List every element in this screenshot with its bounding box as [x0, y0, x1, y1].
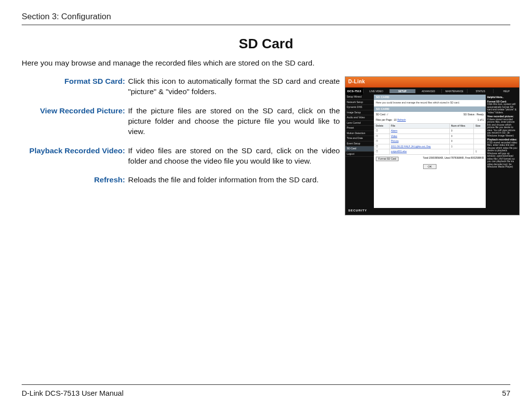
intro-text: Here you may browse and manage the recor… [22, 59, 510, 68]
page-title: SD Card [22, 36, 510, 52]
menu-motion-detection[interactable]: Motion Detection [345, 131, 374, 137]
menu-event-setup[interactable]: Event Setup [345, 141, 374, 147]
tab-live-video[interactable]: LIVE VIDEO [363, 89, 389, 93]
footer-left: D-Link DCS-7513 User Manual [22, 389, 124, 397]
col-size: Size [474, 123, 486, 129]
def-desc-playback-video: If video files are stored on the SD card… [128, 146, 340, 167]
def-desc-format: Click this icon to automatically format … [128, 76, 340, 97]
panel-intro: Here you could browse and manage the rec… [374, 100, 486, 106]
tab-maintenance[interactable]: MAINTENANCE [441, 89, 467, 93]
tab-help[interactable]: HELP [493, 89, 519, 93]
menu-network-setup[interactable]: Network Setup [345, 100, 374, 105]
panel-title: SD CARD [374, 95, 486, 100]
tab-setup[interactable]: SETUP [389, 89, 415, 93]
side-menu: Setup Wizard Network Setup Dynamic DNS I… [345, 95, 374, 208]
model-badge: DCS-7513 [345, 88, 363, 95]
files-per-page-label: Files per Page : [376, 118, 393, 121]
file-table: Delete File Num of files Size ☐Alarm0 ☐V… [374, 123, 486, 155]
menu-setup-wizard[interactable]: Setup Wizard [345, 95, 374, 100]
def-term-view-picture: View Recorded Picture: [22, 106, 125, 137]
top-nav: DCS-7513 LIVE VIDEO SETUP ADVANCED MAINT… [345, 88, 519, 95]
admin-screenshot: D-Link DCS-7513 LIVE VIDEO SETUP ADVANCE… [345, 76, 520, 215]
security-bar: SECURITY [345, 208, 519, 215]
sd-status: SD Status : Ready [464, 113, 484, 116]
page-footer: D-Link DCS-7513 User Manual 57 [22, 384, 510, 397]
ok-button[interactable]: OK [423, 164, 436, 169]
help-block-text-2: If SD stored recorded video files, enter… [487, 141, 518, 169]
table-row: ☐output001.ebo1 [374, 149, 486, 155]
menu-logout[interactable]: Logout [345, 152, 374, 157]
definition-list: Format SD Card: Click this icon to autom… [22, 76, 340, 185]
tab-status[interactable]: STATUS [467, 89, 493, 93]
sd-card-path: SD Card : / [376, 113, 388, 116]
table-header-row: Delete File Num of files Size [374, 123, 486, 129]
tab-advanced[interactable]: ADVANCED [415, 89, 441, 93]
panel-subhead: SD CARD [374, 106, 486, 112]
col-file: File [389, 123, 449, 129]
files-per-page-value[interactable]: 10 [394, 118, 397, 121]
def-term-format: Format SD Card: [22, 76, 125, 97]
help-block-text-0: Click this icon, system will automatical… [487, 103, 518, 114]
menu-dynamic-dns[interactable]: Dynamic DNS [345, 105, 374, 110]
section-header: Section 3: Configuration [22, 12, 510, 25]
format-sd-button[interactable]: Format SD Card [376, 157, 399, 162]
table-row: ☐2011 06 22 HALF JA Lights out, Day1 [374, 144, 486, 149]
table-row: ☐Video0 [374, 134, 486, 139]
def-term-playback-video: Playback Recorded Video: [22, 146, 125, 167]
help-column: Helpful Hints.. Format SD Card: Click th… [486, 95, 519, 208]
def-desc-view-picture: If the picture files are stored on the S… [128, 106, 340, 137]
storage-info: Total:15903956KB, Used:7878368KB, Free:8… [423, 157, 484, 162]
def-desc-refresh: Reloads the file and folder information … [128, 175, 340, 185]
help-title: Helpful Hints.. [487, 96, 518, 99]
refresh-link[interactable]: Refresh [397, 118, 406, 121]
brand-logo: D-Link [345, 77, 519, 88]
footer-page-number: 57 [502, 389, 510, 397]
page-indicator: 1 of 1 [477, 119, 484, 122]
def-term-refresh: Refresh: [22, 175, 125, 185]
help-block-text-1: If there stored recorded picture files, … [487, 118, 518, 137]
menu-time-date[interactable]: Time and Date [345, 136, 374, 141]
menu-image-setup[interactable]: Image Setup [345, 110, 374, 116]
col-num: Num of files [449, 123, 474, 129]
table-row: ☐Picture0 [374, 139, 486, 144]
menu-lens-control[interactable]: Lens Control [345, 121, 374, 126]
col-delete: Delete [374, 123, 390, 129]
center-panel: SD CARD Here you could browse and manage… [374, 95, 486, 208]
table-row: ☐Alarm0 [374, 129, 486, 134]
menu-audio-video[interactable]: Audio and Video [345, 115, 374, 121]
menu-preset[interactable]: Preset [345, 126, 374, 131]
menu-sd-card[interactable]: SD Card [345, 146, 374, 152]
